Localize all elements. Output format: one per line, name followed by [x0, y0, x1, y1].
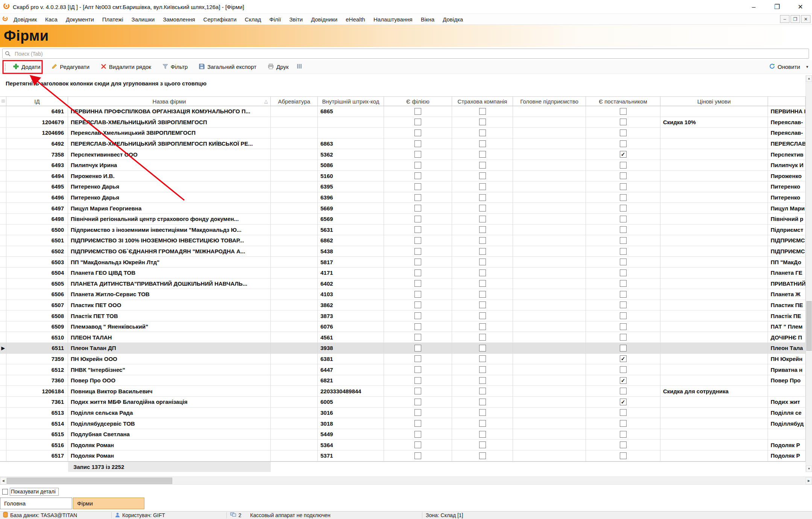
filter-button[interactable]: Фільтр — [159, 62, 191, 72]
is-branch-checkbox[interactable] — [414, 399, 421, 405]
is-branch-checkbox[interactable] — [414, 291, 421, 298]
is-supplier-checkbox[interactable] — [620, 226, 627, 233]
insurance-checkbox[interactable] — [479, 119, 486, 125]
insurance-checkbox[interactable] — [479, 151, 486, 158]
insurance-checkbox[interactable] — [479, 259, 486, 265]
is-branch-checkbox[interactable] — [414, 420, 421, 427]
table-row[interactable]: 6502 ПІДПРИЄМСТВО ОБ`ЄДНАННЯ ГРОМАДЯН "М… — [0, 246, 806, 257]
table-row[interactable]: 6492 ПЕРЕЯСЛАВ-ХМЕЛЬНИЦЬКИЙ ЗВІРОПЛЕМГОС… — [0, 139, 806, 149]
is-branch-checkbox[interactable] — [414, 108, 421, 115]
header-insurance[interactable]: Страхова компанія — [452, 97, 513, 106]
table-row[interactable]: 1206184 Повница Виктор Васильевич 220333… — [0, 386, 806, 397]
is-supplier-checkbox[interactable] — [620, 216, 627, 222]
is-supplier-checkbox[interactable] — [620, 237, 627, 244]
table-row[interactable]: 6516 Подоляк Роман 5364 Подоляк Р — [0, 440, 806, 451]
menu-item[interactable]: Звіти — [285, 15, 307, 24]
vertical-scrollbar[interactable]: ▲ ▼ — [806, 75, 812, 472]
table-row[interactable]: 1204679 ПЕРЕЯСЛАВ-ХМЕЛЬНИЦЬКИЙ ЗВІРОПЛЕМ… — [0, 117, 806, 128]
table-row[interactable]: 6501 ПІДПРИЄМСТВО ЗІ 100% ІНОЗЕМНОЮ ІНВЕ… — [0, 235, 806, 246]
is-supplier-checkbox[interactable] — [620, 366, 627, 373]
mdi-minimize-button[interactable]: – — [780, 15, 789, 23]
delete-row-button[interactable]: Видалити рядок — [98, 62, 154, 72]
insurance-checkbox[interactable] — [479, 194, 486, 201]
is-branch-checkbox[interactable] — [414, 248, 421, 255]
insurance-checkbox[interactable] — [479, 301, 486, 308]
table-row[interactable]: 6510 ПЛЕОН ТАЛАН 4561 ДОЧІРНЄ П — [0, 332, 806, 343]
is-branch-checkbox[interactable] — [414, 183, 421, 190]
export-button[interactable]: Загальний експорт — [196, 62, 260, 72]
is-supplier-checkbox[interactable] — [620, 119, 627, 125]
is-branch-checkbox[interactable] — [414, 194, 421, 201]
table-row[interactable]: 6513 Поділля сельска Рада 3016 Поділля с… — [0, 408, 806, 419]
add-button[interactable]: Додати — [10, 62, 43, 72]
is-supplier-checkbox[interactable] — [620, 259, 627, 265]
table-row[interactable]: 6506 Планета Житло-Сервис ТОВ 4103 Плане… — [0, 289, 806, 300]
insurance-checkbox[interactable] — [479, 366, 486, 373]
is-branch-checkbox[interactable] — [414, 205, 421, 212]
header-barcode[interactable]: Внутрішній штрих-код — [318, 97, 384, 106]
table-row[interactable]: 6514 Поділлябудсервіс ТОВ 3018 Поділлябу… — [0, 418, 806, 429]
is-branch-checkbox[interactable] — [414, 409, 421, 416]
is-branch-checkbox[interactable] — [414, 226, 421, 233]
header-fullname[interactable] — [768, 97, 806, 106]
header-is-branch[interactable]: Є філією — [384, 97, 452, 106]
is-branch-checkbox[interactable] — [414, 162, 421, 169]
insurance-checkbox[interactable] — [479, 237, 486, 244]
insurance-checkbox[interactable] — [479, 269, 486, 276]
table-row[interactable]: 6505 ПЛАНЕТА ДИТИНСТВА"ПРИВАТНИЙ ДОШКІЛЬ… — [0, 279, 806, 289]
table-row[interactable]: 6493 Пилипчук Ирина 5086 Пилипчук И — [0, 160, 806, 171]
insurance-checkbox[interactable] — [479, 452, 486, 459]
is-supplier-checkbox[interactable] — [620, 194, 627, 201]
menu-item[interactable]: Філії — [265, 15, 285, 24]
is-supplier-checkbox[interactable] — [620, 248, 627, 255]
insurance-checkbox[interactable] — [479, 345, 486, 352]
table-row[interactable]: 7361 Подих життя МБФ Благодійна організа… — [0, 397, 806, 408]
toolbar-drag-handle[interactable] — [5, 63, 6, 71]
insurance-checkbox[interactable] — [479, 355, 486, 362]
table-row[interactable]: 6491 ПЕРВИННА ПРОФСПІЛКОВА ОРГАНІЗАЦІЯ К… — [0, 106, 806, 117]
is-branch-checkbox[interactable] — [414, 334, 421, 341]
is-branch-checkbox[interactable] — [414, 312, 421, 319]
is-branch-checkbox[interactable] — [414, 172, 421, 179]
table-row[interactable]: 6508 Пластік ПЕТ ТОВ 3873 Пластік ПЕ — [0, 310, 806, 321]
table-row[interactable]: 7360 Повер Про ООО 6821 ✓ Повер Про — [0, 375, 806, 386]
is-branch-checkbox[interactable] — [414, 269, 421, 276]
is-branch-checkbox[interactable] — [414, 301, 421, 308]
table-row[interactable]: 6512 ПНВК "Інтербізнес" 6447 Приватна н — [0, 364, 806, 375]
is-supplier-checkbox[interactable] — [620, 129, 627, 136]
table-row[interactable]: 6515 Подлубная Светлана 5449 — [0, 429, 806, 440]
menu-item[interactable]: Склад — [241, 15, 265, 24]
insurance-checkbox[interactable] — [479, 172, 486, 179]
is-branch-checkbox[interactable] — [414, 345, 421, 352]
is-supplier-checkbox[interactable]: ✓ — [620, 151, 627, 158]
header-name[interactable]: Назва фірми△ — [68, 97, 271, 106]
table-row[interactable]: ▶ 6511 Плеон Талан ДП 3938 Плеон Тала — [0, 343, 806, 354]
scroll-down-button[interactable]: ▼ — [806, 466, 812, 472]
is-branch-checkbox[interactable] — [414, 452, 421, 459]
edit-button[interactable]: Редагувати — [49, 62, 93, 72]
insurance-checkbox[interactable] — [479, 323, 486, 330]
insurance-checkbox[interactable] — [479, 205, 486, 212]
is-branch-checkbox[interactable] — [414, 259, 421, 265]
insurance-checkbox[interactable] — [479, 377, 486, 384]
table-row[interactable]: 6504 Планета ГЕО ЦІВД ТОВ 4171 Планета Г… — [0, 268, 806, 279]
is-supplier-checkbox[interactable] — [620, 452, 627, 459]
scroll-up-button[interactable]: ▲ — [806, 75, 812, 82]
insurance-checkbox[interactable] — [479, 291, 486, 298]
column-chooser-icon[interactable] — [297, 64, 302, 70]
print-button[interactable]: Друк — [265, 62, 291, 72]
is-branch-checkbox[interactable] — [414, 216, 421, 222]
is-supplier-checkbox[interactable] — [620, 280, 627, 287]
horizontal-scrollbar[interactable]: ◀ ▶ — [0, 476, 812, 485]
table-row[interactable]: 6495 Питеренко Дарья 6395 Питеренко — [0, 181, 806, 192]
is-branch-checkbox[interactable] — [414, 441, 421, 448]
is-supplier-checkbox[interactable] — [620, 345, 627, 352]
is-branch-checkbox[interactable] — [414, 377, 421, 384]
table-row[interactable]: 6496 Питеренко Дарья 6396 Питеренко — [0, 192, 806, 203]
toolbar-overflow-icon[interactable]: ▾ — [806, 64, 808, 69]
tab-home[interactable]: Головна — [0, 498, 72, 509]
header-price-terms[interactable]: Цінові умови — [660, 97, 768, 106]
is-branch-checkbox[interactable] — [414, 280, 421, 287]
table-row[interactable]: 6494 Пироженко И.В. 5160 Пироженко — [0, 171, 806, 182]
insurance-checkbox[interactable] — [479, 183, 486, 190]
